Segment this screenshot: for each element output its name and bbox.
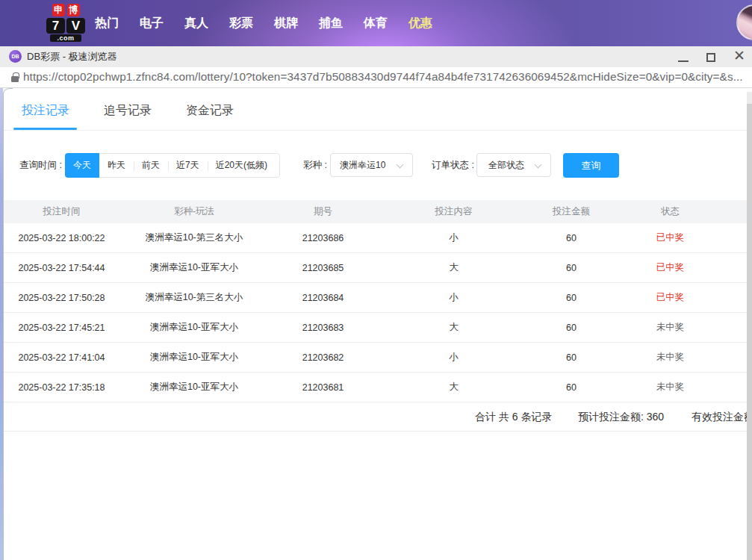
close-button[interactable]: ✕ <box>732 46 747 67</box>
cell-amount: 60 <box>530 293 612 303</box>
cell-status: 已中奖 <box>612 231 728 244</box>
lottery-filter-label: 彩种 : <box>303 153 327 178</box>
page-content: 投注记录 追号记录 资金记录 查询时间 : 今天 昨天 前天 近7天 近2 <box>0 88 752 560</box>
time-filter-label: 查询时间 : <box>19 153 62 178</box>
column-header: 投注金额 <box>530 205 612 218</box>
nav-item[interactable]: 捕鱼 <box>319 16 343 31</box>
cell-issue: 21203685 <box>269 263 377 273</box>
site-logo[interactable]: 申博 7V .com <box>46 4 86 42</box>
cell-game: 澳洲幸运10-亚军大小 <box>119 351 269 364</box>
nav-item[interactable]: 热门 <box>95 16 119 31</box>
time-filter-option[interactable]: 今天 <box>65 153 99 178</box>
status-filter-label: 订单状态 : <box>432 153 474 178</box>
table-row: 2025-03-22 17:35:18 澳洲幸运10-亚军大小 21203681… <box>4 373 747 402</box>
bet-records-table: 投注时间彩种-玩法期号投注内容投注金额状态 2025-03-22 18:00:2… <box>4 200 747 432</box>
cell-content: 小 <box>377 231 530 244</box>
cell-bet-time: 2025-03-22 17:45:21 <box>4 323 119 333</box>
user-avatar[interactable] <box>736 4 752 40</box>
logo-char-red: 博 <box>67 4 80 16</box>
order-status-select[interactable]: 全部状态 <box>476 153 551 177</box>
cell-amount: 60 <box>530 263 612 273</box>
order-status-value: 全部状态 <box>488 159 524 172</box>
cell-bet-time: 2025-03-22 17:50:28 <box>4 293 119 303</box>
summary-total: 合计 共 6 条记录 <box>475 402 552 432</box>
nav-item[interactable]: 彩票 <box>229 16 253 31</box>
cell-game: 澳洲幸运10-第三名大小 <box>119 231 269 244</box>
lottery-select-value: 澳洲幸运10 <box>340 159 385 172</box>
column-header: 彩种-玩法 <box>119 205 269 218</box>
cell-bet-time: 2025-03-22 17:35:18 <box>4 382 119 393</box>
cell-issue: 21203681 <box>269 382 377 393</box>
table-row: 2025-03-22 17:41:04 澳洲幸运10-亚军大小 21203682… <box>4 343 747 373</box>
cell-issue: 21203686 <box>269 233 377 243</box>
column-header: 投注时间 <box>4 205 119 218</box>
url-text[interactable]: https://ctop02pchwp1.zfnc84.com/lottery/… <box>23 67 743 87</box>
nav-item[interactable]: 体育 <box>364 16 388 31</box>
cell-content: 大 <box>377 261 530 274</box>
time-filter-option[interactable]: 昨天 <box>99 154 134 177</box>
cell-game: 澳洲幸运10-亚军大小 <box>119 321 269 334</box>
cell-content: 大 <box>377 321 530 334</box>
tab[interactable]: 投注记录 <box>22 103 69 119</box>
browser-app-icon: DB <box>9 50 22 63</box>
active-tab-underline <box>13 128 77 131</box>
cell-issue: 21203683 <box>269 323 377 333</box>
table-row: 2025-03-22 17:45:21 澳洲幸运10-亚军大小 21203683… <box>4 313 747 343</box>
table-row: 2025-03-22 17:50:28 澳洲幸运10-第三名大小 2120368… <box>4 283 747 313</box>
maximize-button[interactable] <box>706 53 715 62</box>
time-filter-option[interactable]: 近7天 <box>168 154 208 177</box>
table-summary: 合计 共 6 条记录 预计投注金额: 360 有效投注金额: 360 <box>4 402 747 432</box>
nav-item[interactable]: 真人 <box>184 16 208 31</box>
cell-game: 澳洲幸运10-亚军大小 <box>119 381 269 393</box>
time-filter-option[interactable]: 近20天(低频) <box>208 154 279 177</box>
logo-char-red: 申 <box>52 4 65 16</box>
cell-status: 已中奖 <box>612 291 728 304</box>
column-header: 状态 <box>612 205 728 218</box>
scrollbar-up-arrow[interactable] <box>747 92 752 104</box>
cell-issue: 21203684 <box>269 293 377 303</box>
lock-icon <box>11 76 19 82</box>
chevron-down-icon <box>535 162 541 168</box>
search-button[interactable]: 查询 <box>563 153 619 178</box>
logo-com-text: .com <box>50 34 81 42</box>
table-row: 2025-03-22 17:54:44 澳洲幸运10-亚军大小 21203685… <box>4 253 747 283</box>
cell-bet-time: 2025-03-22 18:00:22 <box>4 233 119 243</box>
lottery-select[interactable]: 澳洲幸运10 <box>330 153 413 177</box>
record-tabs: 投注记录 追号记录 资金记录 <box>4 88 747 131</box>
summary-valid: 有效投注金额: 360 <box>692 402 747 432</box>
nav-item[interactable]: 优惠 <box>408 16 432 31</box>
table-header: 投注时间彩种-玩法期号投注内容投注金额状态 <box>4 200 747 223</box>
table-body: 2025-03-22 18:00:22 澳洲幸运10-第三名大小 2120368… <box>4 223 747 402</box>
time-filter-option[interactable]: 前天 <box>134 154 168 177</box>
column-header: 投注内容 <box>377 205 530 218</box>
cell-game: 澳洲幸运10-第三名大小 <box>119 291 269 304</box>
logo-char-7v: 7 <box>46 18 65 34</box>
site-header: 申博 7V .com 热门 电子 真人 彩票 棋牌 捕鱼 体育 优惠 <box>0 0 752 46</box>
cell-amount: 60 <box>530 382 612 393</box>
time-filter-group: 今天 昨天 前天 近7天 近20天(低频) <box>65 153 280 178</box>
browser-window-title: DB彩票 - 极速浏览器 <box>27 46 117 67</box>
browser-addressbar[interactable]: https://ctop02pchwp1.zfnc84.com/lottery/… <box>0 67 752 88</box>
cell-amount: 60 <box>530 352 612 363</box>
tab[interactable]: 资金记录 <box>186 103 234 119</box>
cell-status: 未中奖 <box>612 321 728 334</box>
column-header: 期号 <box>269 205 377 218</box>
cell-status: 未中奖 <box>612 381 728 393</box>
filter-row: 查询时间 : 今天 昨天 前天 近7天 近20天(低频) 彩种 : 澳洲幸运10 <box>4 153 747 178</box>
summary-expected: 预计投注金额: 360 <box>578 402 664 432</box>
cell-bet-time: 2025-03-22 17:54:44 <box>4 263 119 273</box>
nav-item[interactable]: 电子 <box>140 16 164 31</box>
minimize-button[interactable] <box>678 60 689 62</box>
browser-titlebar: DB DB彩票 - 极速浏览器 <box>0 46 752 67</box>
logo-char-7v: V <box>66 18 85 34</box>
cell-bet-time: 2025-03-22 17:41:04 <box>4 352 119 363</box>
cell-status: 已中奖 <box>612 261 728 274</box>
cell-content: 小 <box>377 291 530 304</box>
chevron-down-icon <box>397 162 403 168</box>
cell-amount: 60 <box>530 323 612 333</box>
vertical-scrollbar[interactable] <box>747 92 752 560</box>
nav-item[interactable]: 棋牌 <box>274 16 298 31</box>
tab[interactable]: 追号记录 <box>104 103 152 119</box>
cell-amount: 60 <box>530 233 612 243</box>
cell-status: 未中奖 <box>612 351 728 364</box>
